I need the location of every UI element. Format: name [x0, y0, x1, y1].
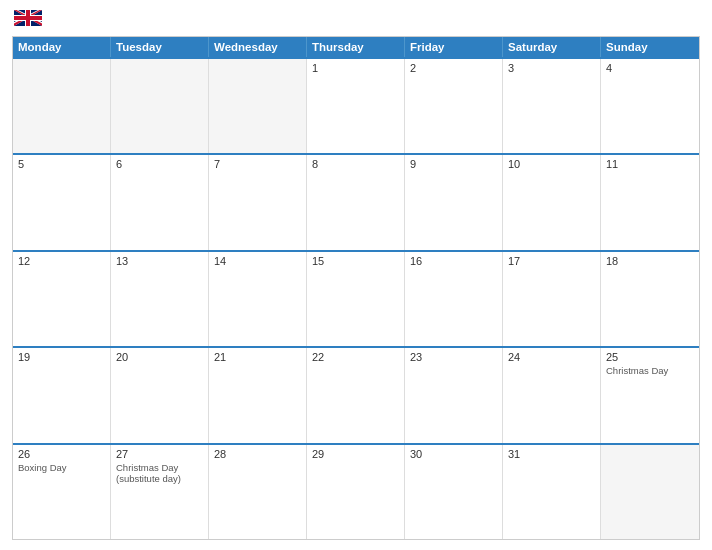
holiday-label: Boxing Day [18, 462, 105, 473]
holiday-label: Christmas Day [606, 365, 694, 376]
day-number: 23 [410, 351, 497, 363]
day-number: 20 [116, 351, 203, 363]
day-number: 12 [18, 255, 105, 267]
day-number: 24 [508, 351, 595, 363]
day-number: 18 [606, 255, 694, 267]
cal-cell [13, 59, 111, 153]
holiday-label: Christmas Day (substitute day) [116, 462, 203, 485]
cal-cell: 4 [601, 59, 699, 153]
cal-cell [209, 59, 307, 153]
cal-cell: 2 [405, 59, 503, 153]
day-number: 5 [18, 158, 105, 170]
day-number: 19 [18, 351, 105, 363]
calendar-row-2: 567891011 [13, 153, 699, 249]
day-number: 8 [312, 158, 399, 170]
cal-cell: 10 [503, 155, 601, 249]
calendar-header: Monday Tuesday Wednesday Thursday Friday… [13, 37, 699, 57]
day-number: 7 [214, 158, 301, 170]
calendar: Monday Tuesday Wednesday Thursday Friday… [12, 36, 700, 540]
day-number: 22 [312, 351, 399, 363]
cal-cell: 9 [405, 155, 503, 249]
header-monday: Monday [13, 37, 111, 57]
cal-cell: 30 [405, 445, 503, 539]
day-number: 30 [410, 448, 497, 460]
cal-cell: 25Christmas Day [601, 348, 699, 442]
cal-cell: 20 [111, 348, 209, 442]
header-saturday: Saturday [503, 37, 601, 57]
header-tuesday: Tuesday [111, 37, 209, 57]
cal-cell: 6 [111, 155, 209, 249]
day-number: 11 [606, 158, 694, 170]
day-number: 29 [312, 448, 399, 460]
cal-cell: 23 [405, 348, 503, 442]
cal-cell: 19 [13, 348, 111, 442]
calendar-row-3: 12131415161718 [13, 250, 699, 346]
day-number: 3 [508, 62, 595, 74]
cal-cell [111, 59, 209, 153]
day-number: 26 [18, 448, 105, 460]
cal-cell: 16 [405, 252, 503, 346]
day-number: 14 [214, 255, 301, 267]
cal-cell: 3 [503, 59, 601, 153]
day-number: 15 [312, 255, 399, 267]
logo [12, 10, 42, 30]
calendar-body: 1234567891011121314151617181920212223242… [13, 57, 699, 539]
cal-cell [601, 445, 699, 539]
cal-cell: 12 [13, 252, 111, 346]
cal-cell: 21 [209, 348, 307, 442]
calendar-row-1: 1234 [13, 57, 699, 153]
day-number: 25 [606, 351, 694, 363]
day-number: 9 [410, 158, 497, 170]
day-number: 10 [508, 158, 595, 170]
svg-rect-8 [14, 16, 42, 20]
cal-cell: 31 [503, 445, 601, 539]
header-sunday: Sunday [601, 37, 699, 57]
cal-cell: 28 [209, 445, 307, 539]
day-number: 17 [508, 255, 595, 267]
cal-cell: 11 [601, 155, 699, 249]
calendar-page: Monday Tuesday Wednesday Thursday Friday… [0, 0, 712, 550]
cal-cell: 5 [13, 155, 111, 249]
header [12, 10, 700, 30]
cal-cell: 1 [307, 59, 405, 153]
calendar-row-5: 26Boxing Day27Christmas Day (substitute … [13, 443, 699, 539]
cal-cell: 17 [503, 252, 601, 346]
calendar-row-4: 19202122232425Christmas Day [13, 346, 699, 442]
day-number: 16 [410, 255, 497, 267]
day-number: 13 [116, 255, 203, 267]
day-number: 6 [116, 158, 203, 170]
day-number: 1 [312, 62, 399, 74]
cal-cell: 29 [307, 445, 405, 539]
day-number: 4 [606, 62, 694, 74]
day-number: 27 [116, 448, 203, 460]
header-friday: Friday [405, 37, 503, 57]
cal-cell: 24 [503, 348, 601, 442]
cal-cell: 15 [307, 252, 405, 346]
cal-cell: 27Christmas Day (substitute day) [111, 445, 209, 539]
cal-cell: 14 [209, 252, 307, 346]
day-number: 31 [508, 448, 595, 460]
header-wednesday: Wednesday [209, 37, 307, 57]
cal-cell: 18 [601, 252, 699, 346]
cal-cell: 13 [111, 252, 209, 346]
cal-cell: 22 [307, 348, 405, 442]
header-thursday: Thursday [307, 37, 405, 57]
day-number: 21 [214, 351, 301, 363]
logo-flag-icon [14, 10, 42, 26]
day-number: 28 [214, 448, 301, 460]
cal-cell: 7 [209, 155, 307, 249]
day-number: 2 [410, 62, 497, 74]
cal-cell: 8 [307, 155, 405, 249]
cal-cell: 26Boxing Day [13, 445, 111, 539]
